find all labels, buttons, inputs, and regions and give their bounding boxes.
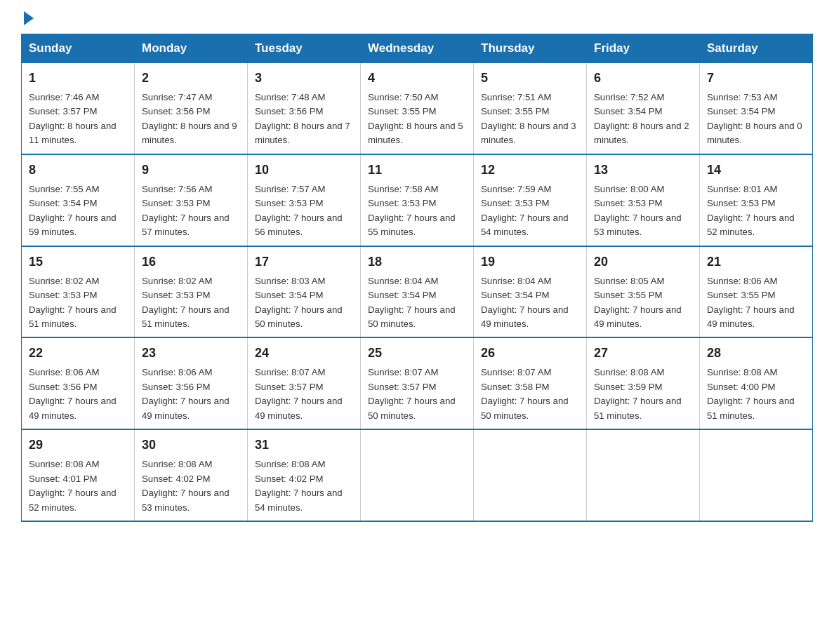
day-number: 21 — [707, 253, 805, 271]
calendar-cell — [700, 429, 813, 521]
calendar-cell: 24 Sunrise: 8:07 AMSunset: 3:57 PMDaylig… — [248, 337, 361, 429]
day-info: Sunrise: 7:53 AMSunset: 3:54 PMDaylight:… — [707, 92, 802, 145]
col-header-saturday: Saturday — [700, 34, 813, 63]
calendar-cell: 28 Sunrise: 8:08 AMSunset: 4:00 PMDaylig… — [700, 337, 813, 429]
col-header-thursday: Thursday — [474, 34, 587, 63]
day-info: Sunrise: 8:07 AMSunset: 3:57 PMDaylight:… — [368, 367, 456, 420]
day-info: Sunrise: 8:06 AMSunset: 3:55 PMDaylight:… — [707, 276, 795, 329]
calendar-cell: 22 Sunrise: 8:06 AMSunset: 3:56 PMDaylig… — [22, 337, 135, 429]
calendar-cell: 19 Sunrise: 8:04 AMSunset: 3:54 PMDaylig… — [474, 246, 587, 338]
calendar-cell — [587, 429, 700, 521]
page-header — [21, 14, 813, 22]
day-number: 11 — [368, 161, 466, 180]
calendar-cell — [474, 429, 587, 521]
day-number: 14 — [707, 161, 805, 180]
day-info: Sunrise: 7:58 AMSunset: 3:53 PMDaylight:… — [368, 184, 456, 237]
header-row: SundayMondayTuesdayWednesdayThursdayFrid… — [22, 34, 813, 63]
week-row-1: 1 Sunrise: 7:46 AMSunset: 3:57 PMDayligh… — [22, 63, 813, 154]
col-header-wednesday: Wednesday — [361, 34, 474, 63]
col-header-sunday: Sunday — [22, 34, 135, 63]
day-info: Sunrise: 8:06 AMSunset: 3:56 PMDaylight:… — [29, 367, 117, 420]
calendar-cell: 23 Sunrise: 8:06 AMSunset: 3:56 PMDaylig… — [135, 337, 248, 429]
week-row-5: 29 Sunrise: 8:08 AMSunset: 4:01 PMDaylig… — [22, 429, 813, 521]
logo — [21, 14, 34, 22]
day-number: 6 — [594, 69, 692, 88]
day-info: Sunrise: 8:06 AMSunset: 3:56 PMDaylight:… — [142, 367, 230, 420]
day-number: 5 — [481, 69, 579, 88]
day-number: 20 — [594, 253, 692, 271]
day-info: Sunrise: 8:02 AMSunset: 3:53 PMDaylight:… — [29, 276, 117, 329]
day-number: 4 — [368, 69, 466, 88]
day-number: 23 — [142, 344, 240, 363]
day-info: Sunrise: 8:00 AMSunset: 3:53 PMDaylight:… — [594, 184, 682, 237]
col-header-tuesday: Tuesday — [248, 34, 361, 63]
calendar-cell: 25 Sunrise: 8:07 AMSunset: 3:57 PMDaylig… — [361, 337, 474, 429]
calendar-cell: 18 Sunrise: 8:04 AMSunset: 3:54 PMDaylig… — [361, 246, 474, 338]
day-number: 8 — [29, 161, 127, 180]
day-number: 13 — [594, 161, 692, 180]
calendar-cell: 3 Sunrise: 7:48 AMSunset: 3:56 PMDayligh… — [248, 63, 361, 154]
day-number: 24 — [255, 344, 353, 363]
day-info: Sunrise: 8:07 AMSunset: 3:57 PMDaylight:… — [255, 367, 343, 420]
day-number: 28 — [707, 344, 805, 363]
calendar-cell: 14 Sunrise: 8:01 AMSunset: 3:53 PMDaylig… — [700, 154, 813, 246]
calendar-cell: 26 Sunrise: 8:07 AMSunset: 3:58 PMDaylig… — [474, 337, 587, 429]
calendar-cell: 31 Sunrise: 8:08 AMSunset: 4:02 PMDaylig… — [248, 429, 361, 521]
day-info: Sunrise: 7:55 AMSunset: 3:54 PMDaylight:… — [29, 184, 117, 237]
day-number: 18 — [368, 253, 466, 271]
day-info: Sunrise: 8:04 AMSunset: 3:54 PMDaylight:… — [368, 276, 456, 329]
day-info: Sunrise: 8:08 AMSunset: 4:02 PMDaylight:… — [255, 459, 343, 512]
calendar-cell: 2 Sunrise: 7:47 AMSunset: 3:56 PMDayligh… — [135, 63, 248, 154]
day-number: 9 — [142, 161, 240, 180]
calendar-table: SundayMondayTuesdayWednesdayThursdayFrid… — [21, 34, 813, 522]
col-header-monday: Monday — [135, 34, 248, 63]
day-number: 22 — [29, 344, 127, 363]
day-info: Sunrise: 7:56 AMSunset: 3:53 PMDaylight:… — [142, 184, 230, 237]
logo-arrow-icon — [24, 11, 34, 25]
day-number: 30 — [142, 436, 240, 455]
day-info: Sunrise: 8:08 AMSunset: 4:00 PMDaylight:… — [707, 367, 795, 420]
calendar-cell: 11 Sunrise: 7:58 AMSunset: 3:53 PMDaylig… — [361, 154, 474, 246]
calendar-cell: 6 Sunrise: 7:52 AMSunset: 3:54 PMDayligh… — [587, 63, 700, 154]
day-info: Sunrise: 7:51 AMSunset: 3:55 PMDaylight:… — [481, 92, 576, 145]
day-number: 1 — [29, 69, 127, 88]
day-info: Sunrise: 8:08 AMSunset: 4:01 PMDaylight:… — [29, 459, 117, 512]
calendar-cell: 13 Sunrise: 8:00 AMSunset: 3:53 PMDaylig… — [587, 154, 700, 246]
calendar-cell: 7 Sunrise: 7:53 AMSunset: 3:54 PMDayligh… — [700, 63, 813, 154]
day-info: Sunrise: 8:03 AMSunset: 3:54 PMDaylight:… — [255, 276, 343, 329]
calendar-cell: 4 Sunrise: 7:50 AMSunset: 3:55 PMDayligh… — [361, 63, 474, 154]
day-info: Sunrise: 8:08 AMSunset: 4:02 PMDaylight:… — [142, 459, 230, 512]
week-row-3: 15 Sunrise: 8:02 AMSunset: 3:53 PMDaylig… — [22, 246, 813, 338]
day-number: 25 — [368, 344, 466, 363]
week-row-2: 8 Sunrise: 7:55 AMSunset: 3:54 PMDayligh… — [22, 154, 813, 246]
day-number: 19 — [481, 253, 579, 271]
day-number: 3 — [255, 69, 353, 88]
col-header-friday: Friday — [587, 34, 700, 63]
calendar-cell — [361, 429, 474, 521]
calendar-cell: 1 Sunrise: 7:46 AMSunset: 3:57 PMDayligh… — [22, 63, 135, 154]
day-info: Sunrise: 7:50 AMSunset: 3:55 PMDaylight:… — [368, 92, 463, 145]
calendar-cell: 16 Sunrise: 8:02 AMSunset: 3:53 PMDaylig… — [135, 246, 248, 338]
calendar-cell: 17 Sunrise: 8:03 AMSunset: 3:54 PMDaylig… — [248, 246, 361, 338]
day-info: Sunrise: 8:05 AMSunset: 3:55 PMDaylight:… — [594, 276, 682, 329]
day-info: Sunrise: 7:59 AMSunset: 3:53 PMDaylight:… — [481, 184, 569, 237]
day-info: Sunrise: 8:02 AMSunset: 3:53 PMDaylight:… — [142, 276, 230, 329]
week-row-4: 22 Sunrise: 8:06 AMSunset: 3:56 PMDaylig… — [22, 337, 813, 429]
day-number: 17 — [255, 253, 353, 271]
calendar-cell: 15 Sunrise: 8:02 AMSunset: 3:53 PMDaylig… — [22, 246, 135, 338]
day-number: 10 — [255, 161, 353, 180]
day-number: 27 — [594, 344, 692, 363]
day-info: Sunrise: 8:08 AMSunset: 3:59 PMDaylight:… — [594, 367, 682, 420]
calendar-cell: 20 Sunrise: 8:05 AMSunset: 3:55 PMDaylig… — [587, 246, 700, 338]
calendar-cell: 21 Sunrise: 8:06 AMSunset: 3:55 PMDaylig… — [700, 246, 813, 338]
calendar-cell: 9 Sunrise: 7:56 AMSunset: 3:53 PMDayligh… — [135, 154, 248, 246]
day-number: 26 — [481, 344, 579, 363]
calendar-cell: 29 Sunrise: 8:08 AMSunset: 4:01 PMDaylig… — [22, 429, 135, 521]
day-info: Sunrise: 7:47 AMSunset: 3:56 PMDaylight:… — [142, 92, 237, 145]
day-number: 12 — [481, 161, 579, 180]
calendar-cell: 10 Sunrise: 7:57 AMSunset: 3:53 PMDaylig… — [248, 154, 361, 246]
calendar-cell: 8 Sunrise: 7:55 AMSunset: 3:54 PMDayligh… — [22, 154, 135, 246]
calendar-cell: 27 Sunrise: 8:08 AMSunset: 3:59 PMDaylig… — [587, 337, 700, 429]
calendar-cell: 5 Sunrise: 7:51 AMSunset: 3:55 PMDayligh… — [474, 63, 587, 154]
day-info: Sunrise: 7:52 AMSunset: 3:54 PMDaylight:… — [594, 92, 689, 145]
